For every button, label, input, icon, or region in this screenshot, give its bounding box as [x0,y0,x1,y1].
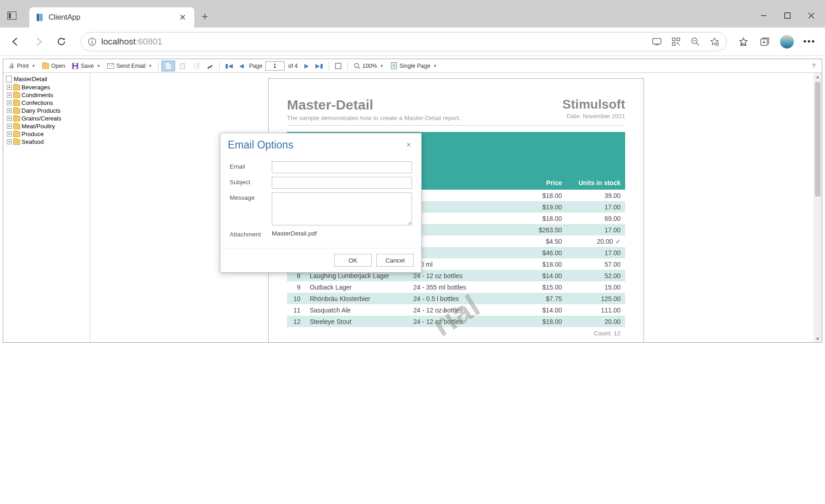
expand-icon[interactable]: + [7,108,12,113]
folder-icon [13,124,20,129]
message-input[interactable] [272,192,412,225]
page-input[interactable] [265,61,285,71]
expand-icon[interactable]: + [7,139,12,144]
svg-point-34 [211,65,212,66]
zoom-out-icon[interactable] [690,36,701,47]
svg-point-36 [354,63,358,67]
prev-page-button[interactable]: ◀ [236,60,247,71]
dialog-title: Email Options [228,139,293,151]
refresh-button[interactable] [53,33,70,50]
tree-item[interactable]: +Seafood [5,138,88,146]
tree-item[interactable]: +Confections [5,99,88,107]
count-label: Count: 12 [287,327,625,337]
forward-button[interactable] [30,33,47,50]
tree-item[interactable]: +Condiments [5,91,88,99]
zoom-icon [353,62,361,70]
save-button[interactable]: Save▼ [69,60,103,71]
resources-button[interactable]: 📑 [190,60,203,71]
save-icon [72,62,79,70]
help-button[interactable]: ? [808,63,820,69]
tree-root[interactable]: MasterDetail [5,75,88,83]
expand-icon[interactable]: + [7,100,12,105]
svg-rect-10 [92,41,93,44]
table-row: 12Steeleye Stout24 - 12 oz bottles$18.00… [287,316,625,327]
expand-icon[interactable]: + [7,93,12,98]
last-page-button[interactable]: ▶▮ [313,60,326,71]
page-of: of 4 [288,63,298,69]
zoom-button[interactable]: 100%▼ [351,60,387,71]
tree-item[interactable]: +Grains/Cereals [5,115,88,122]
send-email-button[interactable]: Send Email▼ [104,60,155,71]
svg-rect-31 [74,63,77,65]
report-date: Date: November 2021 [562,113,625,120]
scroll-down-icon[interactable]: ▼ [814,335,821,342]
doc-icon [6,76,12,82]
tree-item[interactable]: +Beverages [5,83,88,91]
email-options-dialog: Email Options × Email Subject Message At… [220,133,422,273]
profile-avatar[interactable] [780,35,794,49]
site-info-icon[interactable] [88,37,97,46]
bookmarks-panel-button[interactable]: 📄 [161,60,175,71]
more-icon[interactable]: ••• [804,36,815,47]
new-tab-button[interactable]: + [196,5,214,27]
folder-icon [13,108,20,114]
expand-icon[interactable]: + [7,116,12,121]
next-page-button[interactable]: ▶ [302,60,312,71]
message-label: Message [230,192,272,201]
maximize-button[interactable] [782,10,793,21]
svg-rect-14 [677,38,680,41]
folder-icon [13,85,20,90]
tab-actions-icon[interactable] [4,7,20,24]
favicon-icon [36,13,44,22]
email-icon [107,62,115,70]
vertical-scrollbar[interactable]: ▲ ▼ [814,73,822,342]
subject-label: Subject [230,177,272,186]
qr-icon[interactable] [671,36,682,47]
print-button[interactable]: 🖨Print▼ [5,60,38,71]
fullscreen-button[interactable] [332,60,345,71]
view-mode-button[interactable]: Single Page▼ [387,60,440,71]
expand-icon[interactable]: + [7,131,12,137]
add-favorite-icon[interactable] [709,36,720,47]
dialog-close-icon[interactable]: × [403,139,414,151]
ok-button[interactable]: OK [334,254,372,267]
expand-icon[interactable]: + [7,85,12,90]
folder-icon [13,139,20,145]
back-button[interactable] [7,33,24,50]
tree-item[interactable]: +Dairy Products [5,107,88,115]
tab-title: ClientApp [49,13,80,22]
scroll-up-icon[interactable]: ▲ [814,73,821,80]
browser-tab[interactable]: ClientApp ✕ [29,7,194,27]
expand-icon[interactable]: + [7,124,12,129]
tree-item[interactable]: +Meat/Poultry [5,122,88,130]
find-button[interactable] [204,60,216,71]
table-row: 10Rhönbräu Klosterbier24 - 0.5 l bottles… [287,293,625,304]
attachment-label: Attachment [230,229,272,238]
subject-input[interactable] [272,177,412,189]
first-page-button[interactable]: ▮◀ [222,60,236,71]
svg-rect-16 [677,43,678,44]
svg-line-20 [697,43,699,45]
url-bar[interactable]: localhost:60801 [81,32,727,51]
email-label: Email [230,161,272,170]
minimize-button[interactable] [758,10,769,21]
scroll-thumb[interactable] [815,82,820,197]
collections-icon[interactable] [759,36,770,47]
screencast-icon[interactable] [651,36,662,47]
tree-item[interactable]: +Produce [5,130,88,138]
close-window-button[interactable] [806,10,817,21]
open-icon [42,62,50,70]
parameters-button[interactable]: 📋 [176,60,189,71]
svg-rect-13 [672,38,675,41]
open-button[interactable]: Open [39,60,68,71]
email-input[interactable] [272,161,412,173]
favorites-icon[interactable] [738,36,749,47]
cancel-button[interactable]: Cancel [376,254,414,267]
addr-bar: localhost:60801 ••• [0,27,825,56]
find-icon [206,62,214,70]
tab-close-icon[interactable]: ✕ [177,11,188,24]
table-row: 11Sasquatch Ale24 - 12 oz bottles$14.001… [287,304,625,316]
brand-label: Stimulsoft [562,97,625,112]
svg-line-37 [358,67,360,69]
bookmark-tree: MasterDetail +Beverages+Condiments+Confe… [3,73,90,342]
